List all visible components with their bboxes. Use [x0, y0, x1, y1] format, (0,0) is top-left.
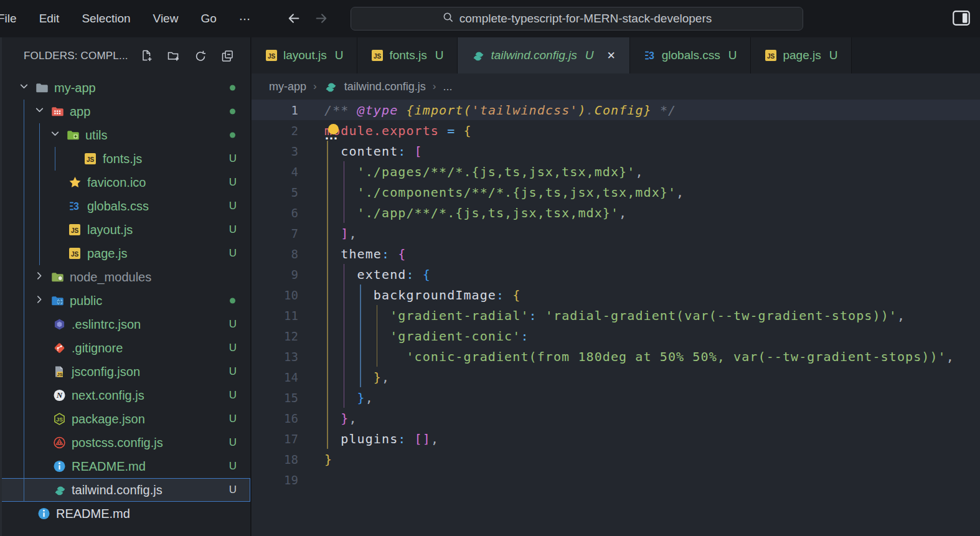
css-icon: 3 — [644, 49, 656, 62]
code-line-1[interactable]: 1 /** @type {import('tailwindcss').Confi… — [252, 100, 980, 120]
package-icon: JS — [53, 413, 66, 426]
chevron-down-icon — [19, 81, 29, 95]
menu-View[interactable]: View — [153, 12, 179, 26]
tree-item-app-1[interactable]: app — [0, 100, 250, 123]
forward-arrow-icon[interactable] — [313, 10, 330, 29]
code-line-3[interactable]: 3 content: [ — [252, 141, 980, 161]
code-line-6[interactable]: 6 './app/**/*.{js,ts,jsx,tsx,mdx}', — [252, 202, 980, 223]
code-line-2[interactable]: 2 module.exports = { — [252, 120, 980, 141]
tab-fonts.js[interactable]: JS fonts.js U — [357, 37, 458, 73]
svg-text:JS: JS — [71, 227, 79, 234]
tree-item-README.md-16[interactable]: README.md U — [0, 454, 250, 478]
breadcrumb: my-app› tailwind.config.js› ... — [252, 73, 980, 100]
code-line-4[interactable]: 4 './pages/**/*.{js,ts,jsx,tsx,mdx}', — [252, 161, 980, 182]
code-text: extend: { — [298, 267, 431, 282]
breadcrumb-segment[interactable]: tailwind.config.js — [344, 80, 426, 93]
tailwind-icon — [471, 49, 485, 62]
chevron-down-icon — [50, 128, 60, 143]
line-number: 15 — [252, 391, 298, 405]
menu-Selection[interactable]: Selection — [82, 12, 130, 26]
code-line-19[interactable]: 19 — [252, 469, 980, 490]
code-line-15[interactable]: 15 }, — [252, 387, 980, 408]
line-number: 19 — [252, 473, 298, 487]
code-line-10[interactable]: 10 backgroundImage: { — [252, 284, 980, 305]
tree-item-label: app — [70, 105, 90, 119]
back-arrow-icon[interactable] — [285, 10, 302, 29]
tree-item-jsconfig.json-12[interactable]: JS jsconfig.json U — [0, 360, 250, 383]
tree-item-next.config.js-13[interactable]: N next.config.js U — [0, 383, 250, 407]
tab-globals.css[interactable]: 3 globals.css U — [630, 37, 751, 73]
code-line-5[interactable]: 5 './components/**/*.{js,ts,jsx,tsx,mdx}… — [252, 182, 980, 202]
tab-layout.js[interactable]: JS layout.js U — [252, 37, 357, 73]
svg-text:3: 3 — [73, 201, 79, 212]
tree-item-label: layout.js — [87, 223, 133, 237]
code-line-13[interactable]: 13 'conic-gradient(from 180deg at 50% 50… — [252, 346, 980, 367]
tree-item-.eslintrc.json-10[interactable]: .eslintrc.json U — [0, 313, 250, 336]
tree-item-utils-2[interactable]: utils — [0, 123, 250, 147]
file-tree: my-app app utils JS fonts.js U favicon.i… — [0, 75, 250, 536]
folder-public-icon — [51, 294, 64, 308]
tree-item-node_modules-8[interactable]: node_modules — [0, 265, 250, 289]
command-center-search[interactable]: complete-typescript-for-MERN-stack-devel… — [351, 7, 803, 31]
eslint-icon — [53, 318, 66, 331]
svg-text:JS: JS — [268, 53, 276, 60]
line-number: 8 — [252, 247, 298, 261]
tree-item-favicon.ico-4[interactable]: favicon.ico U — [0, 171, 250, 194]
tree-item-postcss.config.js-15[interactable]: postcss.config.js U — [0, 431, 250, 454]
new-folder-icon[interactable] — [167, 49, 181, 63]
tree-item-label: README.md — [72, 459, 146, 474]
tree-item-label: globals.css — [87, 199, 149, 214]
code-line-7[interactable]: 7 ], — [252, 223, 980, 243]
tree-item-package.json-14[interactable]: JS package.json U — [0, 407, 250, 431]
code-line-9[interactable]: 9 extend: { — [252, 264, 980, 284]
code-text: plugins: [], — [298, 431, 439, 446]
toggle-secondary-sidebar-icon[interactable] — [953, 10, 970, 29]
svg-text:JS: JS — [71, 251, 79, 258]
code-line-14[interactable]: 14 }, — [252, 367, 980, 387]
tree-item-layout.js-6[interactable]: JS layout.js U — [0, 218, 250, 242]
tab-label: fonts.js — [389, 49, 426, 62]
breadcrumb-segment[interactable]: my-app — [269, 80, 306, 93]
code-text: }, — [298, 370, 390, 385]
code-text: './app/**/*.{js,ts,jsx,tsx,mdx}', — [298, 205, 627, 220]
tree-item-.gitignore-11[interactable]: .gitignore U — [0, 336, 250, 360]
tree-item-README.md-18[interactable]: README.md — [0, 502, 250, 525]
code-line-11[interactable]: 11 'gradient-radial': 'radial-gradient(v… — [252, 305, 980, 326]
close-tab-icon[interactable]: ✕ — [606, 49, 615, 62]
code-line-16[interactable]: 16 }, — [252, 408, 980, 428]
tree-item-globals.css-5[interactable]: 3 globals.css U — [0, 194, 250, 218]
breadcrumb-segment[interactable]: ... — [443, 80, 452, 93]
menu-File[interactable]: File — [0, 12, 17, 26]
tree-item-page.js-7[interactable]: JS page.js U — [0, 242, 250, 265]
menu-Edit[interactable]: Edit — [39, 12, 60, 26]
code-line-8[interactable]: 8 theme: { — [252, 243, 980, 264]
line-number: 18 — [252, 453, 298, 466]
tab-tailwind.config.js[interactable]: tailwind.config.js U ✕ — [458, 37, 629, 73]
line-number: 16 — [252, 411, 298, 425]
code-line-18[interactable]: 18 } — [252, 449, 980, 469]
tree-item-tailwind.config.js-17[interactable]: tailwind.config.js U — [0, 478, 250, 502]
line-number: 5 — [252, 186, 298, 199]
code-text: './pages/**/*.{js,ts,jsx,tsx,mdx}', — [298, 164, 644, 179]
tab-bar: JS layout.js U JS fonts.js U tailwind.co… — [252, 37, 980, 73]
tree-item-my-app-0[interactable]: my-app — [0, 76, 250, 100]
line-number: 11 — [252, 309, 298, 322]
git-untracked-badge: U — [229, 153, 237, 165]
refresh-icon[interactable] — [194, 49, 207, 63]
git-untracked-badge: U — [229, 436, 237, 449]
tab-page.js[interactable]: JS page.js U — [751, 37, 852, 73]
git-untracked-badge: U — [229, 413, 237, 425]
tree-item-fonts.js-3[interactable]: JS fonts.js U — [0, 147, 250, 171]
code-line-17[interactable]: 17 plugins: [], — [252, 428, 980, 449]
menu-Go[interactable]: Go — [200, 12, 216, 26]
new-file-icon[interactable] — [140, 49, 154, 63]
tree-item-public-9[interactable]: public — [0, 289, 250, 313]
code-line-12[interactable]: 12 'gradient-conic': — [252, 326, 980, 346]
explorer-sidebar: FOLDERS: COMPL... my-app app utils JS fo… — [0, 37, 251, 536]
code-editor[interactable]: 1 /** @type {import('tailwindcss').Confi… — [252, 100, 980, 490]
code-text: 'conic-gradient(from 180deg at 50% 50%, … — [298, 349, 954, 364]
svg-text:JS: JS — [87, 156, 95, 163]
tree-indent-guide — [24, 100, 24, 502]
collapse-all-icon[interactable] — [220, 49, 234, 63]
menu-more[interactable]: ⋯ — [239, 12, 251, 26]
